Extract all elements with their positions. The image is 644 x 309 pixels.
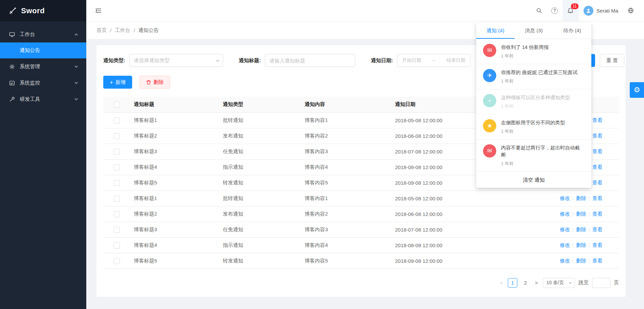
cell-content: 博客内容4 xyxy=(301,159,392,175)
edit-link[interactable]: 修改 xyxy=(560,258,570,263)
delete-link[interactable]: 删除 xyxy=(576,211,586,217)
edit-link[interactable]: 修改 xyxy=(560,211,570,217)
sidebar-item-system-management[interactable]: 系统管理 xyxy=(0,58,86,75)
cell-title: 博客标题2 xyxy=(130,128,219,144)
chevron-up-icon xyxy=(75,33,78,37)
mail-icon: ✉ xyxy=(483,144,496,158)
sidebar-item-workbench[interactable]: 工作台 xyxy=(0,26,86,42)
sidebar-item-notice[interactable]: 通知公告 xyxy=(0,42,86,58)
prev-page-button[interactable]: < xyxy=(499,280,504,286)
cell-title: 博客标题2 xyxy=(130,206,219,222)
cell-date: 2018-06-08 12:00:00 xyxy=(392,206,534,222)
view-link[interactable]: 查看 xyxy=(592,148,603,154)
reset-button[interactable]: 重 置 xyxy=(600,54,624,67)
notification-list: ✉ 你收到了 14 份新周报 1 年前 ✈ 你推荐的 曲妮妮 已通过第三轮面试 … xyxy=(476,39,591,172)
row-checkbox[interactable] xyxy=(114,227,120,233)
sidebar-item-label: 工作台 xyxy=(20,31,70,38)
user-menu[interactable]: Serati Ma xyxy=(579,0,623,21)
delete-button[interactable]: 删除 xyxy=(140,76,170,89)
settings-gear-button[interactable]: ⚙ xyxy=(630,82,644,98)
tab-notifications[interactable]: 通知 (4) xyxy=(476,22,515,39)
delete-link[interactable]: 删除 xyxy=(576,226,586,232)
notification-item[interactable]: ✉ 内容不要超过两行字，超出时自动截断 1 年前 xyxy=(476,140,591,172)
tab-messages[interactable]: 消息 (3) xyxy=(515,22,553,39)
notification-item[interactable]: ✈ 你推荐的 曲妮妮 已通过第三轮面试 1 年前 xyxy=(476,64,591,89)
notification-item[interactable]: + 这种模板可以区分多种通知类型 1 年前 xyxy=(476,89,591,114)
cell-title: 博客标题3 xyxy=(130,144,219,159)
edit-link[interactable]: 修改 xyxy=(560,242,570,248)
cell-date: 2018-07-08 12:00:00 xyxy=(392,222,534,237)
collapse-trigger-icon[interactable] xyxy=(86,0,110,21)
cell-content: 博客内容3 xyxy=(301,222,392,237)
chevron-down-icon xyxy=(75,97,78,100)
paper-plane-icon: ✈ xyxy=(483,69,496,82)
help-icon[interactable]: ? xyxy=(547,0,562,21)
page-button-2[interactable]: 2 xyxy=(521,278,530,288)
row-checkbox[interactable] xyxy=(114,242,120,249)
plus-icon: + xyxy=(483,94,496,107)
notice-title-input[interactable] xyxy=(265,54,355,67)
clear-notifications-button[interactable]: 清空 通知 xyxy=(476,172,591,188)
app-root: { "app": { "name": "Sword" }, "colors": … xyxy=(0,0,644,309)
wrench-icon xyxy=(9,96,15,102)
delete-link[interactable]: 删除 xyxy=(576,242,586,248)
search-icon[interactable] xyxy=(531,0,547,21)
cell-title: 博客标题5 xyxy=(130,175,219,190)
notifications-button[interactable]: 11 xyxy=(562,0,579,21)
view-link[interactable]: 查看 xyxy=(592,226,603,232)
sidebar-item-label: 系统管理 xyxy=(20,63,70,70)
sidebar-item-dev-tools[interactable]: 研发工具 xyxy=(0,91,86,107)
row-checkbox[interactable] xyxy=(114,211,120,217)
next-page-button[interactable]: > xyxy=(534,280,539,286)
row-checkbox[interactable] xyxy=(114,117,120,124)
page-size-select[interactable]: 10 条/页 xyxy=(543,278,575,288)
chevron-down-icon xyxy=(75,80,78,84)
jump-page-input[interactable] xyxy=(592,278,610,288)
edit-link[interactable]: 修改 xyxy=(560,226,570,232)
page-button-1[interactable]: 1 xyxy=(508,278,517,288)
view-link[interactable]: 查看 xyxy=(592,258,603,263)
cell-content: 博客内容5 xyxy=(301,175,392,190)
notification-badge: 11 xyxy=(571,3,579,10)
cell-type: 批转通知 xyxy=(219,112,301,128)
row-checkbox[interactable] xyxy=(114,133,120,139)
row-checkbox[interactable] xyxy=(114,180,120,186)
trash-icon xyxy=(146,80,151,85)
star-icon: ★ xyxy=(483,119,496,132)
view-link[interactable]: 查看 xyxy=(592,133,603,139)
logo[interactable]: Sword xyxy=(0,0,86,21)
select-all-checkbox[interactable] xyxy=(114,102,120,108)
table-row: 博客标题4 指示通知 博客内容4 2018-08-08 12:00:00 修改|… xyxy=(103,237,619,253)
breadcrumb-workbench[interactable]: 工作台 xyxy=(115,27,130,34)
row-checkbox[interactable] xyxy=(114,149,120,155)
row-checkbox[interactable] xyxy=(114,196,120,202)
add-button[interactable]: + 新增 xyxy=(103,76,132,89)
notification-item[interactable]: ★ 左侧图标用于区分不同的类型 1 年前 xyxy=(476,114,591,140)
view-link[interactable]: 查看 xyxy=(592,117,603,123)
column-title: 通知标题 xyxy=(130,97,219,112)
language-globe-icon[interactable] xyxy=(623,0,639,21)
row-checkbox[interactable] xyxy=(114,164,120,170)
notice-date-range-picker[interactable]: 开始日期 ~ 结束日期 xyxy=(397,54,470,67)
sidebar-item-system-monitor[interactable]: 系统监控 xyxy=(0,75,86,91)
cell-type: 指示通知 xyxy=(219,159,301,175)
column-type: 通知类型 xyxy=(219,97,301,112)
chevron-down-icon xyxy=(216,58,219,62)
delete-link[interactable]: 删除 xyxy=(576,195,586,201)
notification-item[interactable]: ✉ 你收到了 14 份新周报 1 年前 xyxy=(476,39,591,64)
notice-type-select[interactable]: 请选择通知类型 xyxy=(129,54,223,67)
plus-icon: + xyxy=(110,79,113,85)
view-link[interactable]: 查看 xyxy=(592,180,603,185)
tab-todos[interactable]: 待办 (4) xyxy=(553,22,591,39)
row-checkbox[interactable] xyxy=(114,258,120,264)
view-link[interactable]: 查看 xyxy=(592,195,603,201)
gear-icon: ⚙ xyxy=(633,86,640,94)
breadcrumb-home[interactable]: 首页 xyxy=(96,27,107,34)
view-link[interactable]: 查看 xyxy=(592,211,603,217)
table-row: 博客标题3 任免通知 博客内容3 2018-07-08 12:00:00 修改|… xyxy=(103,222,619,237)
view-link[interactable]: 查看 xyxy=(592,164,603,170)
delete-link[interactable]: 删除 xyxy=(576,258,586,263)
view-link[interactable]: 查看 xyxy=(592,242,603,248)
edit-link[interactable]: 修改 xyxy=(560,195,570,201)
topbar-actions: ? 11 Serati Ma xyxy=(531,0,644,21)
